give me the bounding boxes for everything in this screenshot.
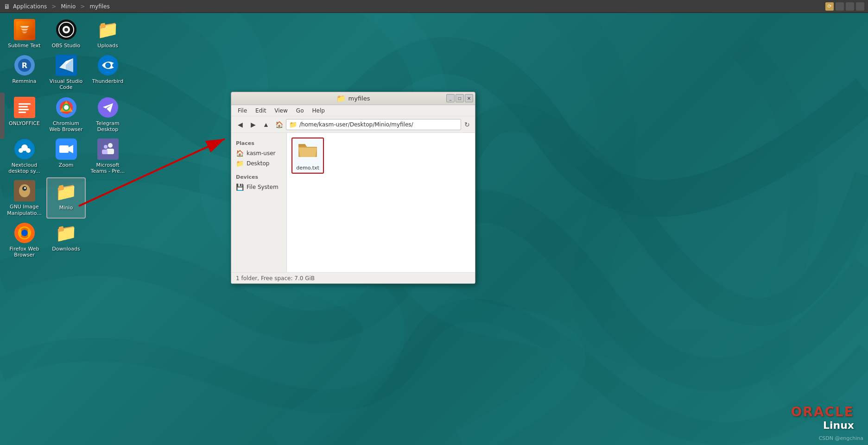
fm-close-button[interactable]: ✕ xyxy=(465,94,473,102)
firefox-label: Firefox Web Browser xyxy=(7,246,42,258)
oracle-linux-text: Linux xyxy=(791,420,854,431)
desktop-icon-uploads[interactable]: 📁 Uploads xyxy=(88,16,127,51)
chromium-label: Chromium Web Browser xyxy=(49,120,83,132)
onlyoffice-label: ONLYOFFICE xyxy=(9,120,40,126)
fm-menu-go[interactable]: Go xyxy=(292,107,308,115)
fm-address-bar[interactable]: 📁 /home/kasm-user/Desktop/Minio/myfiles/ xyxy=(286,119,461,130)
downloads-icon: 📁 xyxy=(55,223,77,243)
taskbar-app-icon: 🖥 xyxy=(4,3,10,10)
taskbar-second-title[interactable]: myfiles xyxy=(89,3,109,10)
desktop-icon-downloads[interactable]: 📁 Downloads xyxy=(46,219,86,260)
side-panel[interactable] xyxy=(0,93,5,139)
fm-maximize-button[interactable]: □ xyxy=(456,94,464,102)
taskbar-window-title[interactable]: Minio xyxy=(61,3,76,10)
red-arrow xyxy=(76,132,234,211)
obs-studio-label: OBS Studio xyxy=(52,43,81,49)
remmina-icon: R xyxy=(14,55,35,76)
fm-menu-help[interactable]: Help xyxy=(308,107,328,115)
fm-back-button[interactable]: ◀ xyxy=(234,119,246,131)
svg-rect-27 xyxy=(59,145,69,153)
svg-rect-15 xyxy=(19,109,29,110)
fm-window-controls: _ □ ✕ xyxy=(446,94,473,102)
desktop-icon-vscode[interactable]: Visual Studio Code xyxy=(46,52,86,93)
obs-studio-icon xyxy=(56,19,77,40)
taskbar-applications-label[interactable]: Applications xyxy=(13,3,47,10)
taskbar-separator2: > xyxy=(80,3,85,10)
telegram-label: Telegram Desktop xyxy=(90,120,125,132)
fm-forward-button[interactable]: ▶ xyxy=(247,119,259,131)
desktop-icon-remmina[interactable]: R Remmina xyxy=(5,52,44,93)
fm-sidebar-kasm-user[interactable]: 🏠 kasm-user xyxy=(231,148,286,158)
svg-rect-16 xyxy=(19,112,26,113)
fm-sidebar-file-system[interactable]: 💾 File System xyxy=(231,182,286,192)
desktop-icon-gimp[interactable]: GNU Image Manipulatio... xyxy=(5,177,44,218)
gimp-icon xyxy=(14,180,35,201)
file-manager-window: 📁 myfiles _ □ ✕ File Edit View Go Help ◀… xyxy=(231,92,475,284)
desktop-icon-sublime-text[interactable]: Sublime Text xyxy=(5,16,44,51)
desktop-sidebar-icon: 📁 xyxy=(236,160,244,167)
firefox-icon xyxy=(14,222,35,244)
minimize-icon: _ xyxy=(450,96,452,100)
fm-menubar: File Edit View Go Help xyxy=(231,105,475,116)
fm-home-button[interactable]: 🏠 xyxy=(273,119,285,131)
desktop-icon-nextcloud[interactable]: Nextcloud desktop sy... xyxy=(5,136,44,176)
desktop-icon-obs-studio[interactable]: OBS Studio xyxy=(46,16,86,51)
svg-point-36 xyxy=(24,187,26,189)
desktop-icon-telegram[interactable]: Telegram Desktop xyxy=(88,94,127,135)
fm-file-demo-txt[interactable]: demo.txt xyxy=(291,138,324,174)
fm-address-text: /home/kasm-user/Desktop/Minio/myfiles/ xyxy=(299,121,413,128)
zoom-label: Zoom xyxy=(59,162,74,168)
taskbar-action-btn4[interactable] xyxy=(856,2,864,11)
fm-devices-heading: Devices xyxy=(231,172,286,182)
svg-line-41 xyxy=(79,139,225,206)
nextcloud-icon xyxy=(14,138,35,160)
desktop-icon-thunderbird[interactable]: Thunderbird xyxy=(88,52,127,93)
fm-titlebar-icon: 📁 xyxy=(336,94,346,103)
taskbar-action-btn1[interactable]: ⟳ xyxy=(825,2,834,11)
minio-label: Minio xyxy=(59,205,73,211)
fm-up-button[interactable]: ▲ xyxy=(260,119,272,131)
svg-rect-14 xyxy=(19,106,28,107)
fm-menu-file[interactable]: File xyxy=(234,107,251,115)
thunderbird-label: Thunderbird xyxy=(92,78,123,84)
fm-sidebar-desktop[interactable]: 📁 Desktop xyxy=(231,158,286,169)
kasm-user-label: kasm-user xyxy=(247,150,276,157)
svg-point-5 xyxy=(64,28,68,31)
svg-point-39 xyxy=(21,230,28,236)
fm-files-area: demo.txt xyxy=(287,133,475,272)
taskbar: 🖥 Applications > Minio > myfiles ⟳ xyxy=(0,0,868,13)
file-system-label: File System xyxy=(247,184,279,190)
fm-content: Places 🏠 kasm-user 📁 Desktop Devices 💾 F… xyxy=(231,133,475,272)
fm-menu-edit[interactable]: Edit xyxy=(252,107,270,115)
desktop-icon-onlyoffice[interactable]: ONLYOFFICE xyxy=(5,94,44,135)
fm-menu-view[interactable]: View xyxy=(271,107,291,115)
sublime-text-label: Sublime Text xyxy=(8,43,40,49)
fm-refresh-button[interactable]: ↻ xyxy=(462,119,472,130)
gimp-label: GNU Image Manipulatio... xyxy=(7,204,42,216)
fm-places-heading: Places xyxy=(231,138,286,148)
demo-txt-file-icon xyxy=(298,140,318,163)
desktop-icon-chromium[interactable]: Chromium Web Browser xyxy=(46,94,86,135)
desktop-icon-firefox[interactable]: Firefox Web Browser xyxy=(5,219,44,260)
telegram-icon xyxy=(97,97,119,118)
onlyoffice-icon xyxy=(14,97,35,118)
csdn-watermark: CSDN @engchina xyxy=(819,435,863,441)
fm-toolbar: ◀ ▶ ▲ 🏠 📁 /home/kasm-user/Desktop/Minio/… xyxy=(231,116,475,133)
fm-status-text: 1 folder, Free space: 7.0 GiB xyxy=(236,275,315,282)
vscode-icon xyxy=(56,55,77,76)
fm-window-title: myfiles xyxy=(348,95,370,102)
uploads-icon: 📁 xyxy=(97,19,119,40)
fm-statusbar: 1 folder, Free space: 7.0 GiB xyxy=(231,272,475,283)
vscode-label: Visual Studio Code xyxy=(49,78,83,90)
taskbar-action-btn3[interactable] xyxy=(846,2,854,11)
kasm-user-icon: 🏠 xyxy=(236,150,244,157)
sublime-text-icon xyxy=(14,19,35,40)
minio-icon: 📁 xyxy=(55,182,77,202)
fm-minimize-button[interactable]: _ xyxy=(446,94,455,102)
maximize-icon: □ xyxy=(458,96,462,100)
taskbar-action-btn2[interactable] xyxy=(836,2,844,11)
taskbar-right: ⟳ xyxy=(825,2,868,11)
svg-text:R: R xyxy=(21,61,27,70)
zoom-icon xyxy=(56,138,77,160)
fm-sidebar: Places 🏠 kasm-user 📁 Desktop Devices 💾 F… xyxy=(231,133,287,272)
